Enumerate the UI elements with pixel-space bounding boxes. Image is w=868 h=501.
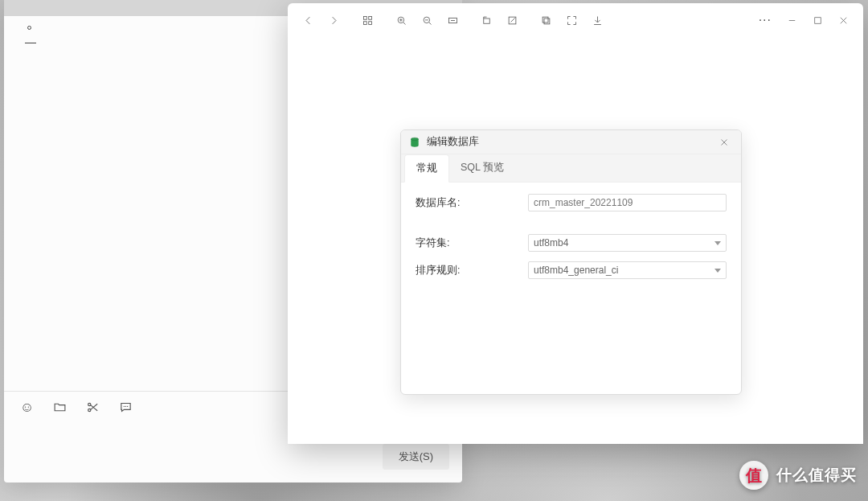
collation-select[interactable]: utf8mb4_general_ci — [528, 261, 727, 279]
more-options-button[interactable]: ··· — [752, 13, 778, 27]
chat-input-toolbar: ☺ — [20, 400, 133, 414]
label-collation: 排序规则: — [416, 264, 528, 277]
dialog-body: 数据库名: 字符集: utf8mb4 排序规则: utf8mb4_general… — [401, 183, 741, 300]
svg-rect-14 — [544, 18, 550, 24]
send-button[interactable]: 发送(S) — [383, 444, 449, 470]
svg-rect-16 — [814, 17, 821, 23]
watermark: 值 什么值得买 — [739, 461, 857, 490]
svg-rect-12 — [483, 18, 489, 23]
fit-width-icon[interactable] — [440, 8, 465, 32]
dialog-close-button[interactable] — [715, 133, 733, 151]
fullscreen-icon[interactable] — [559, 8, 583, 32]
tab-sql-preview[interactable]: SQL 预览 — [449, 154, 515, 182]
label-charset: 字符集: — [416, 236, 528, 250]
emoji-icon[interactable]: ☺ — [20, 400, 34, 414]
row-database-name: 数据库名: — [416, 194, 727, 211]
zoom-out-icon[interactable] — [415, 8, 439, 32]
back-button[interactable] — [296, 8, 320, 32]
database-name-input[interactable] — [528, 194, 727, 211]
svg-rect-6 — [368, 16, 371, 19]
svg-point-3 — [125, 406, 126, 407]
zoom-in-icon[interactable] — [389, 8, 413, 32]
tab-general[interactable]: 常规 — [404, 154, 449, 183]
scissors-icon[interactable] — [86, 400, 100, 414]
collation-value: utf8mb4_general_ci — [534, 265, 618, 276]
viewer-toolbar: ··· — [288, 3, 863, 37]
chat-bubble-icon[interactable] — [119, 400, 133, 414]
dialog-tabs: 常规 SQL 预览 — [401, 154, 741, 183]
image-viewer-window: ··· 编辑数据库 常规 SQL 预览 — [288, 3, 863, 444]
forward-button[interactable] — [321, 8, 346, 32]
edit-icon[interactable] — [500, 8, 524, 32]
svg-point-2 — [124, 406, 125, 407]
label-database-name: 数据库名: — [416, 196, 528, 210]
svg-rect-8 — [368, 21, 371, 24]
maximize-button[interactable] — [805, 8, 829, 32]
close-button[interactable] — [831, 8, 855, 32]
database-icon — [409, 137, 420, 148]
edit-database-dialog: 编辑数据库 常规 SQL 预览 数据库名: 字符集: utf8mb4 — [400, 129, 742, 395]
row-charset: 字符集: utf8mb4 — [416, 234, 727, 252]
rotate-icon[interactable] — [474, 8, 498, 32]
charset-select[interactable]: utf8mb4 — [528, 234, 727, 252]
row-collation: 排序规则: utf8mb4_general_ci — [416, 261, 727, 279]
grid-view-icon[interactable] — [355, 8, 379, 32]
watermark-text: 什么值得买 — [776, 465, 857, 486]
dialog-title: 编辑数据库 — [427, 135, 479, 149]
svg-rect-5 — [363, 16, 366, 19]
svg-point-4 — [127, 406, 128, 407]
svg-rect-15 — [542, 17, 548, 23]
watermark-badge: 值 — [739, 461, 768, 490]
avatar-icon — [25, 32, 36, 43]
viewer-content: 编辑数据库 常规 SQL 预览 数据库名: 字符集: utf8mb4 — [288, 37, 863, 444]
copy-icon[interactable] — [534, 8, 558, 32]
dialog-titlebar: 编辑数据库 — [401, 130, 741, 154]
download-icon[interactable] — [585, 8, 609, 32]
charset-value: utf8mb4 — [534, 237, 568, 248]
svg-rect-7 — [363, 21, 366, 24]
minimize-button[interactable] — [780, 8, 804, 32]
folder-icon[interactable] — [53, 400, 67, 414]
